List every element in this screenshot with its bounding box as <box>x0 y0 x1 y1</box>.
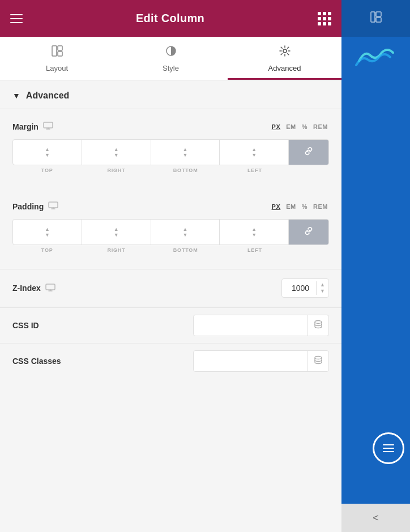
padding-top-down[interactable]: ▼ <box>45 233 50 238</box>
margin-right-down[interactable]: ▼ <box>114 153 119 158</box>
padding-link-button[interactable] <box>289 220 328 244</box>
margin-left-up[interactable]: ▲ <box>251 147 257 152</box>
margin-link-icon <box>304 146 314 158</box>
margin-unit-buttons: PX EM % REM <box>271 122 329 131</box>
css-classes-input[interactable] <box>194 353 308 370</box>
padding-top-up[interactable]: ▲ <box>45 227 50 232</box>
margin-link-button[interactable] <box>289 140 328 165</box>
margin-field-header: Margin PX EM % REM <box>12 122 329 131</box>
padding-right-down[interactable]: ▼ <box>114 233 119 238</box>
padding-left-up[interactable]: ▲ <box>251 227 257 232</box>
padding-unit-buttons: PX EM % REM <box>271 202 329 211</box>
css-id-db-icon <box>308 315 328 336</box>
padding-bottom-label: BOTTOM <box>151 247 220 253</box>
padding-left-input[interactable]: ▲ ▼ <box>220 220 289 244</box>
padding-top-input[interactable]: ▲ ▼ <box>13 220 82 244</box>
float-menu-icon <box>383 444 394 452</box>
svg-point-4 <box>283 49 287 53</box>
header: Edit Column <box>0 0 341 37</box>
padding-spacer <box>289 247 329 253</box>
edit-column-panel: Edit Column Layout <box>0 0 341 532</box>
margin-right-label: RIGHT <box>82 168 151 173</box>
css-id-input-wrap <box>193 315 329 336</box>
margin-top-up[interactable]: ▲ <box>45 147 50 152</box>
padding-unit-percent[interactable]: % <box>301 202 309 211</box>
margin-unit-rem[interactable]: REM <box>312 122 329 131</box>
margin-label: Margin <box>12 122 39 131</box>
zindex-label-group: Z-Index <box>12 284 55 293</box>
zindex-down-arrow[interactable]: ▼ <box>320 289 325 294</box>
margin-left-down[interactable]: ▼ <box>251 153 257 158</box>
margin-label-group: Margin <box>12 122 53 131</box>
margin-unit-percent[interactable]: % <box>301 122 309 131</box>
margin-monitor-icon <box>43 122 53 131</box>
style-icon <box>165 45 177 61</box>
css-id-row: CSS ID <box>0 307 341 343</box>
zindex-up-arrow[interactable]: ▲ <box>320 282 325 288</box>
layout-icon <box>51 45 63 61</box>
padding-unit-rem[interactable]: REM <box>312 202 329 211</box>
margin-top-input[interactable]: ▲ ▼ <box>13 140 82 165</box>
padding-left-down[interactable]: ▼ <box>251 233 257 238</box>
css-classes-input-wrap <box>193 350 329 372</box>
svg-point-9 <box>315 357 322 359</box>
sidebar-back-button[interactable]: < <box>373 512 379 524</box>
padding-right-up[interactable]: ▲ <box>114 227 119 232</box>
advanced-icon <box>279 45 291 61</box>
margin-spacer <box>289 168 329 173</box>
svg-rect-5 <box>44 122 53 128</box>
margin-top-label: TOP <box>12 168 82 173</box>
css-classes-db-icon <box>308 351 328 371</box>
tab-style[interactable]: Style <box>114 37 228 80</box>
svg-point-8 <box>315 321 322 324</box>
svg-rect-7 <box>46 284 55 290</box>
zindex-input[interactable]: 1000 ▲ ▼ <box>281 278 329 298</box>
margin-top-down[interactable]: ▼ <box>45 153 50 158</box>
padding-left-label: LEFT <box>220 247 289 253</box>
tab-style-label: Style <box>163 64 179 72</box>
tab-layout[interactable]: Layout <box>0 37 114 80</box>
padding-inputs-row: ▲ ▼ ▲ ▼ ▲ ▼ <box>12 219 329 245</box>
margin-bottom-down[interactable]: ▼ <box>182 153 187 158</box>
sidebar-wave-decoration <box>353 41 399 70</box>
padding-section: Padding PX EM % REM <box>0 189 341 269</box>
padding-field-header: Padding PX EM % REM <box>12 201 329 211</box>
padding-top-label: TOP <box>12 247 82 253</box>
padding-bottom-down[interactable]: ▼ <box>182 233 187 238</box>
zindex-label: Z-Index <box>12 284 41 293</box>
margin-inputs-row: ▲ ▼ ▲ ▼ ▲ ▼ <box>12 139 329 165</box>
padding-label-group: Padding <box>12 201 58 211</box>
section-advanced-title: Advanced <box>26 91 69 101</box>
margin-right-up[interactable]: ▲ <box>114 147 119 152</box>
grid-apps-button[interactable] <box>318 12 331 25</box>
margin-section: Margin PX EM % REM <box>0 109 341 189</box>
margin-left-input[interactable]: ▲ ▼ <box>220 140 289 165</box>
padding-bottom-input[interactable]: ▲ ▼ <box>151 220 220 244</box>
tab-advanced[interactable]: Advanced <box>228 37 341 80</box>
tab-layout-label: Layout <box>46 64 68 72</box>
margin-unit-em[interactable]: EM <box>285 122 297 131</box>
css-id-label: CSS ID <box>12 321 39 330</box>
svg-rect-1 <box>58 46 62 50</box>
margin-unit-px[interactable]: PX <box>271 122 282 131</box>
css-classes-label: CSS Classes <box>12 357 61 366</box>
margin-bottom-label: BOTTOM <box>151 168 220 173</box>
svg-rect-2 <box>58 52 62 56</box>
padding-right-input[interactable]: ▲ ▼ <box>82 220 151 244</box>
content-area: ▼ Advanced Margin PX EM <box>0 80 341 532</box>
css-id-input[interactable] <box>194 317 308 334</box>
header-title: Edit Column <box>136 12 204 25</box>
hamburger-menu-button[interactable] <box>10 14 23 23</box>
section-advanced-header: ▼ Advanced <box>0 80 341 109</box>
padding-link-icon <box>304 226 314 238</box>
tab-advanced-label: Advanced <box>268 64 301 72</box>
svg-rect-11 <box>376 12 381 16</box>
padding-unit-px[interactable]: PX <box>271 202 282 211</box>
margin-bottom-input[interactable]: ▲ ▼ <box>151 140 220 165</box>
padding-bottom-up[interactable]: ▲ <box>182 227 187 232</box>
zindex-spinner[interactable]: ▲ ▼ <box>316 281 328 295</box>
padding-unit-em[interactable]: EM <box>285 202 297 211</box>
float-menu-button[interactable] <box>373 432 404 464</box>
margin-right-input[interactable]: ▲ ▼ <box>82 140 151 165</box>
margin-bottom-up[interactable]: ▲ <box>182 147 187 152</box>
